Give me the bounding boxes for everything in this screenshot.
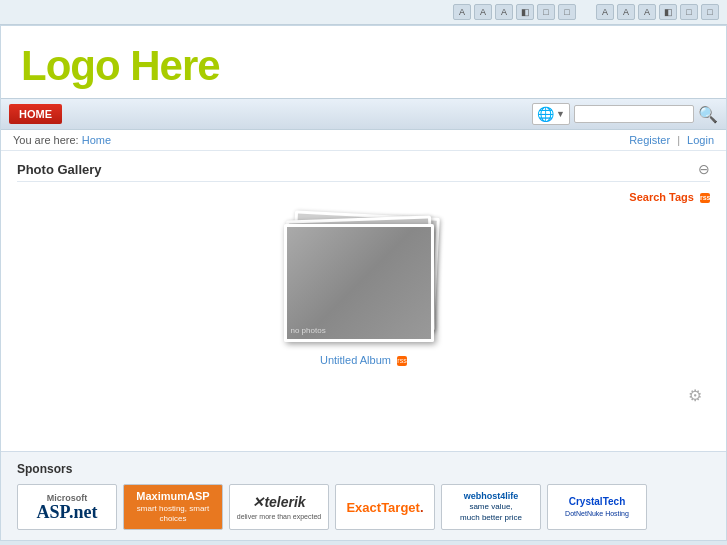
font-medium-btn[interactable]: A — [474, 4, 492, 20]
search-tags-link[interactable]: Search Tags rss — [629, 191, 710, 203]
home-button[interactable]: HOME — [9, 104, 62, 124]
sponsor-telerik[interactable]: ✕telerik deliver more than expected — [229, 484, 329, 530]
globe-icon: 🌐 — [537, 106, 554, 122]
nav-bar: HOME 🌐 ▼ 🔍 — [1, 98, 726, 130]
sponsor-maxasp[interactable]: MaximumASP smart hosting, smart choices — [123, 484, 223, 530]
contrast-btn5[interactable]: □ — [680, 4, 698, 20]
breadcrumb-prefix: You are here: — [13, 134, 79, 146]
search-tags-area: Search Tags rss — [17, 190, 710, 204]
bottom-right-area: ⚙ — [17, 386, 710, 405]
pipe-separator: | — [677, 134, 680, 146]
search-button[interactable]: 🔍 — [698, 105, 718, 124]
logo: Logo Here — [21, 42, 706, 90]
toolbar-group-left: A A A ◧ □ □ — [453, 4, 576, 20]
sponsor-wh4l-label: webhost4life same value, much better pri… — [460, 491, 522, 523]
photo-album: no photos Untitled Album rss — [284, 214, 444, 366]
sponsor-webhost4life[interactable]: webhost4life same value, much better pri… — [441, 484, 541, 530]
photo-stack: no photos — [284, 214, 444, 344]
section-toggle-icon[interactable]: ⊖ — [698, 161, 710, 177]
sponsor-crystal-label: CrystalTech DotNetNuke Hosting — [565, 495, 629, 519]
sponsor-crystaltech[interactable]: CrystalTech DotNetNuke Hosting — [547, 484, 647, 530]
sponsor-telerik-label: ✕telerik deliver more than expected — [237, 493, 321, 520]
font-medium-btn2[interactable]: A — [617, 4, 635, 20]
content-area: Photo Gallery ⊖ Search Tags rss no photo… — [1, 151, 726, 451]
font-small-btn2[interactable]: A — [596, 4, 614, 20]
rss-icon: rss — [700, 193, 710, 203]
contrast-btn4[interactable]: ◧ — [659, 4, 677, 20]
sponsor-maxasp-label: MaximumASP smart hosting, smart choices — [124, 489, 222, 524]
settings-icon[interactable]: ⚙ — [688, 387, 702, 404]
photo-front[interactable]: no photos — [284, 224, 434, 342]
logo-area: Logo Here — [1, 26, 726, 98]
page-container: Logo Here HOME 🌐 ▼ 🔍 You are here: Home … — [0, 25, 727, 541]
sponsor-aspnet-label: Microsoft ASP.net — [37, 493, 98, 521]
nav-search-area: 🌐 ▼ 🔍 — [532, 103, 718, 125]
toolbar-group-right: A A A ◧ □ □ — [596, 4, 719, 20]
contrast-btn2[interactable]: □ — [537, 4, 555, 20]
search-icon: 🔍 — [698, 106, 718, 123]
breadcrumb-home-link[interactable]: Home — [82, 134, 111, 146]
sponsors-section: Sponsors Microsoft ASP.net MaximumASP sm… — [1, 451, 726, 540]
section-header: Photo Gallery ⊖ — [17, 161, 710, 182]
dropdown-arrow-icon: ▼ — [556, 109, 565, 119]
breadcrumb-bar: You are here: Home Register | Login — [1, 130, 726, 151]
album-title-link[interactable]: Untitled Album rss — [320, 354, 407, 366]
sponsor-et-label: ExactTarget. — [346, 500, 423, 515]
gallery-area: no photos Untitled Album rss — [17, 214, 710, 366]
register-link[interactable]: Register — [629, 134, 670, 146]
album-title-text: Untitled Album — [320, 354, 391, 366]
top-toolbar: A A A ◧ □ □ A A A ◧ □ □ — [0, 0, 727, 25]
sponsor-exacttarget[interactable]: ExactTarget. — [335, 484, 435, 530]
sponsor-aspnet[interactable]: Microsoft ASP.net — [17, 484, 117, 530]
section-title: Photo Gallery — [17, 162, 102, 177]
album-rss-icon: rss — [397, 356, 407, 366]
font-large-btn[interactable]: A — [495, 4, 513, 20]
sponsors-title: Sponsors — [17, 462, 710, 476]
search-input[interactable] — [574, 105, 694, 123]
search-tags-label: Search Tags — [629, 191, 694, 203]
login-link[interactable]: Login — [687, 134, 714, 146]
font-large-btn2[interactable]: A — [638, 4, 656, 20]
breadcrumb-right: Register | Login — [629, 134, 714, 146]
sponsors-row: Microsoft ASP.net MaximumASP smart hosti… — [17, 484, 710, 530]
font-small-btn[interactable]: A — [453, 4, 471, 20]
search-scope-select[interactable]: 🌐 ▼ — [532, 103, 570, 125]
breadcrumb: You are here: Home — [13, 134, 111, 146]
contrast-btn3[interactable]: □ — [558, 4, 576, 20]
photo-no-photos-label: no photos — [291, 326, 326, 335]
contrast-btn1[interactable]: ◧ — [516, 4, 534, 20]
contrast-btn6[interactable]: □ — [701, 4, 719, 20]
